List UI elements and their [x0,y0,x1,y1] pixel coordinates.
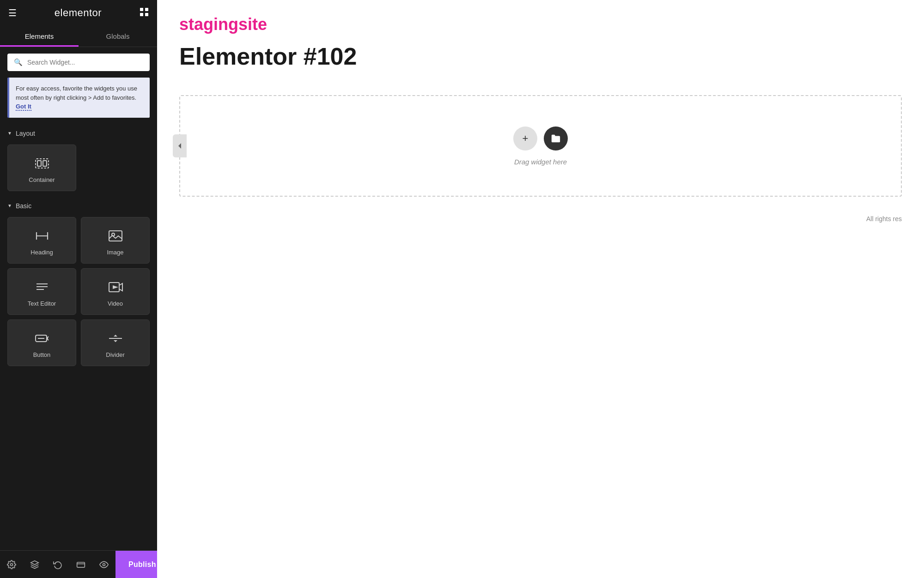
svg-point-22 [103,563,105,566]
publish-button[interactable]: Publish [116,551,157,578]
layers-icon-button[interactable] [23,551,46,578]
widgets-panel: For easy access, favorite the widgets yo… [0,78,157,550]
sidebar-tabs: Elements Globals [0,26,157,47]
preview-icon-button[interactable] [92,551,116,578]
section-label-basic: Basic [16,202,31,210]
svg-rect-6 [43,161,47,166]
widget-heading-label: Heading [30,249,53,256]
sidebar-header: ☰ elementor [0,0,157,26]
widget-container-label: Container [29,176,55,183]
tab-elements[interactable]: Elements [0,26,79,47]
widget-divider[interactable]: Divider [81,319,150,366]
layout-widget-grid: Container [0,142,157,198]
basic-widget-grid: Heading Image Text Editor [0,214,157,373]
svg-point-19 [11,563,13,566]
drag-area[interactable]: + Drag widget here [179,95,902,197]
section-label-layout: Layout [16,130,35,137]
widget-button-label: Button [33,351,51,358]
svg-rect-2 [140,13,143,16]
widget-button[interactable]: Button [7,319,76,366]
responsive-icon-button[interactable] [69,551,92,578]
main-canvas: stagingsite Elementor #102 + Drag widget… [157,0,924,578]
canvas-header: stagingsite Elementor #102 [157,0,924,95]
sidebar: ☰ elementor Elements Globals 🔍 For easy … [0,0,157,578]
search-box: 🔍 [7,54,150,71]
toolbar-icons [0,551,116,578]
search-input[interactable] [27,59,143,66]
collapse-handle[interactable] [173,134,187,157]
search-container: 🔍 [0,47,157,78]
search-icon: 🔍 [14,58,23,66]
svg-marker-18 [114,340,117,342]
svg-marker-13 [113,285,118,289]
svg-rect-3 [145,13,148,16]
hamburger-icon[interactable]: ☰ [8,7,17,18]
logo-text: elementor [55,7,102,19]
svg-rect-5 [37,161,41,166]
widget-text-editor-label: Text Editor [28,300,56,307]
widget-video[interactable]: Video [81,268,150,315]
drag-buttons: + [513,126,568,151]
svg-marker-20 [31,560,39,564]
add-template-button[interactable] [544,126,568,151]
section-header-basic[interactable]: ▼ Basic [0,198,157,214]
history-icon-button[interactable] [46,551,69,578]
chevron-down-icon: ▼ [7,131,12,136]
tip-message: For easy access, favorite the widgets yo… [16,85,137,101]
drag-controls: + Drag widget here [513,126,568,166]
widget-image-label: Image [107,249,123,256]
page-title: Elementor #102 [179,42,902,70]
site-title: stagingsite [179,15,902,34]
grid-icon[interactable] [140,7,149,19]
tip-link[interactable]: Got It [16,103,31,111]
svg-rect-1 [145,8,148,11]
add-widget-button[interactable]: + [513,126,537,151]
settings-icon-button[interactable] [0,551,23,578]
svg-rect-21 [77,562,85,567]
widget-divider-label: Divider [106,351,124,358]
canvas-footer: All rights res [157,197,924,241]
section-header-layout[interactable]: ▼ Layout [0,125,157,142]
chevron-down-icon-basic: ▼ [7,203,12,208]
tab-globals[interactable]: Globals [79,26,157,47]
svg-rect-7 [109,231,122,241]
bottom-toolbar: Publish [0,550,157,578]
widget-container[interactable]: Container [7,144,76,191]
widget-heading[interactable]: Heading [7,217,76,264]
widget-image[interactable]: Image [81,217,150,264]
tip-box: For easy access, favorite the widgets yo… [7,78,150,118]
drag-label: Drag widget here [514,158,567,166]
svg-rect-0 [140,8,143,11]
widget-text-editor[interactable]: Text Editor [7,268,76,315]
svg-marker-17 [114,335,117,337]
widget-video-label: Video [108,300,123,307]
